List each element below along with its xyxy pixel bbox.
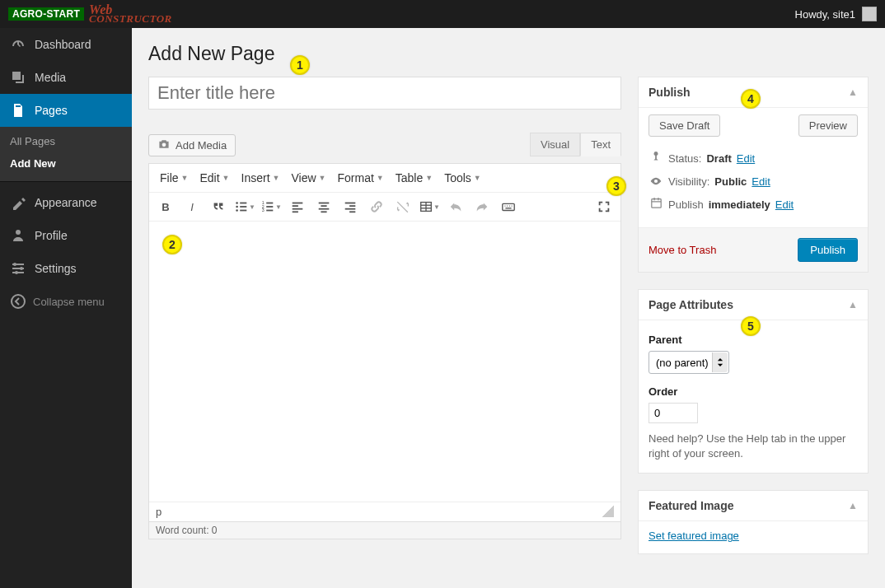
sidebar-item-pages[interactable]: Pages [0,94,132,127]
bullet-list-button[interactable]: ▼ [233,196,256,217]
editor-menubar: File▼ Edit▼ Insert▼ View▼ Format▼ Table▼… [149,164,620,193]
unlink-button[interactable] [391,196,414,217]
status-label: Status: [668,152,701,165]
tab-text[interactable]: Text [580,133,621,156]
menu-insert[interactable]: Insert▼ [236,167,286,189]
bold-button[interactable]: B [154,196,177,217]
order-input[interactable] [649,403,698,423]
add-media-button[interactable]: Add Media [148,134,236,156]
sidebar-item-settings[interactable]: Settings [0,252,132,285]
sidebar-item-dashboard[interactable]: Dashboard [0,28,132,61]
editor-canvas[interactable]: 2 [149,222,620,502]
svg-point-0 [16,230,21,235]
main-content: Add New Page 1 Add Media Visual Text Fil… [132,28,885,588]
svg-rect-27 [321,211,326,212]
annotation-badge-2: 2 [162,235,182,254]
publish-title: Publish [649,86,691,99]
editor: File▼ Edit▼ Insert▼ View▼ Format▼ Table▼… [148,163,621,539]
profile-icon [10,227,26,244]
menu-edit[interactable]: Edit▼ [194,167,235,189]
account-menu[interactable]: Howdy, site1 [795,7,877,21]
svg-point-12 [236,209,238,212]
svg-text:3: 3 [262,208,265,212]
attributes-title: Page Attributes [649,298,733,311]
svg-rect-11 [240,206,246,208]
fullscreen-button[interactable] [592,196,616,217]
save-draft-button[interactable]: Save Draft [649,114,720,137]
page-title: Add New Page [148,43,869,65]
featured-header[interactable]: Featured Image ▲ [639,491,868,521]
move-to-trash-link[interactable]: Move to Trash [649,244,716,256]
admin-sidebar: Dashboard Media Pages All Pages Add New … [0,28,132,588]
menu-format[interactable]: Format▼ [331,167,389,189]
word-count: Word count: 0 [156,525,217,536]
parent-select[interactable]: (no parent) [649,351,729,374]
sidebar-item-label: Pages [35,104,68,117]
sidebar-item-media[interactable]: Media [0,61,132,94]
edit-visibility-link[interactable]: Edit [752,175,770,188]
publish-button[interactable]: Publish [798,238,858,262]
page-attributes-box: Page Attributes ▲ 5 Parent (no parent) O… [638,289,869,474]
help-text: Need help? Use the Help tab in the upper… [649,432,858,461]
sidebar-item-profile[interactable]: Profile [0,219,132,252]
align-left-button[interactable] [286,196,309,217]
logo-bottom: CONSTRUCTOR [89,15,172,23]
title-input[interactable] [148,77,621,110]
edit-status-link[interactable]: Edit [737,152,755,165]
order-label: Order [649,385,858,398]
align-right-button[interactable] [339,196,362,217]
featured-title: Featured Image [649,499,733,512]
svg-rect-29 [349,205,355,207]
site-logo[interactable]: AGRO-START Web CONSTRUCTOR [8,5,172,23]
collapse-label: Collapse menu [33,296,105,308]
svg-rect-26 [319,208,330,210]
avatar [862,7,877,21]
sidebar-item-appearance[interactable]: Appearance [0,186,132,219]
redo-button[interactable] [471,196,494,217]
menu-table[interactable]: Table▼ [390,167,438,189]
collapse-menu[interactable]: Collapse menu [0,285,132,318]
link-button[interactable] [365,196,388,217]
add-media-label: Add Media [176,139,227,152]
blockquote-button[interactable] [207,196,230,217]
set-featured-image-link[interactable]: Set featured image [649,530,739,542]
submenu-add-new[interactable]: Add New [0,152,132,175]
svg-point-5 [20,267,23,270]
menu-tools[interactable]: Tools▼ [438,167,487,189]
annotation-badge-3: 3 [606,176,626,196]
calendar-icon [649,198,663,211]
sidebar-item-label: Dashboard [35,38,91,51]
camera-icon [157,138,171,152]
sidebar-item-label: Media [35,71,66,84]
preview-button[interactable]: Preview [798,114,858,137]
annotation-badge-5: 5 [741,316,761,336]
toggle-icon: ▲ [848,299,858,310]
logo-primary: AGRO-START [8,7,84,21]
edit-schedule-link[interactable]: Edit [775,198,794,211]
annotation-badge-4: 4 [741,89,761,109]
svg-rect-21 [293,205,298,207]
svg-rect-42 [651,199,660,208]
svg-point-7 [12,295,25,308]
keyboard-button[interactable] [497,196,520,217]
collapse-icon [10,293,26,310]
svg-rect-17 [266,206,273,208]
menu-file[interactable]: File▼ [154,167,194,189]
pages-submenu: All Pages Add New [0,127,132,181]
annotation-badge-1: 1 [290,55,310,75]
numbered-list-button[interactable]: 123▼ [260,196,283,217]
submenu-all-pages[interactable]: All Pages [0,130,132,152]
undo-button[interactable] [444,196,467,217]
admin-bar: AGRO-START Web CONSTRUCTOR Howdy, site1 [0,0,885,28]
svg-rect-20 [293,203,303,204]
tab-visual[interactable]: Visual [530,133,580,156]
menu-view[interactable]: View▼ [285,167,331,189]
align-center-button[interactable] [312,196,335,217]
italic-button[interactable]: I [180,196,204,217]
resize-handle[interactable] [602,506,614,517]
table-button[interactable]: ▼ [418,196,441,217]
svg-rect-22 [293,208,303,210]
visibility-value: Public [714,175,747,188]
settings-icon [10,260,26,277]
element-path[interactable]: p [156,506,162,518]
